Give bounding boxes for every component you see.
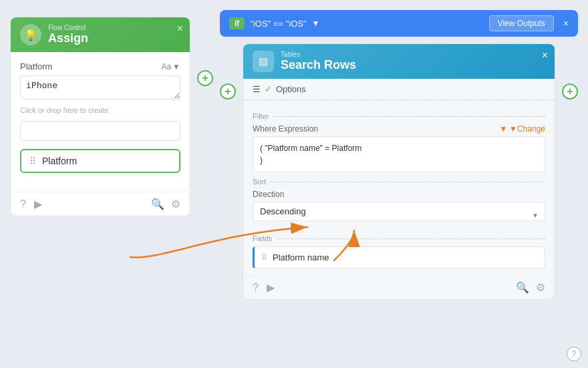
filter-label: Filter	[253, 112, 269, 120]
assign-header-text: Flow Control Assign	[48, 24, 88, 45]
main-container: 💡 Flow Control Assign × Platform Aa ▼ iP…	[0, 0, 588, 368]
assign-icon: 💡	[20, 24, 41, 45]
empty-input-field[interactable]	[20, 121, 180, 141]
platform-text-input[interactable]: iPhone	[20, 75, 180, 100]
assign-title: Assign	[48, 31, 88, 45]
search-rows-close-button[interactable]: ×	[542, 49, 548, 61]
left-plus-button[interactable]: +	[197, 70, 213, 86]
condition-chevron-icon[interactable]: ▼	[312, 19, 320, 28]
sr-footer-left: ? ▶	[253, 281, 275, 294]
filter-icon: ▼	[499, 124, 507, 134]
sort-divider: Sort	[253, 178, 545, 186]
assign-panel-footer: ? ▶ 🔍 ⚙	[11, 192, 190, 216]
sr-settings-icon[interactable]: ⚙	[536, 281, 545, 294]
left-plus-area: +	[197, 70, 213, 86]
where-row: Where Expression ▼ ▼Change	[253, 124, 545, 134]
assign-panel-body: Platform Aa ▼ iPhone Click or drop here …	[11, 52, 190, 192]
sr-left-plus-button[interactable]: +	[220, 83, 236, 100]
expression-line1: ( "Platform name" = Platform	[260, 144, 361, 153]
platform-field-label: Platform	[20, 61, 52, 71]
options-label: Options	[276, 84, 306, 94]
search-rows-title: Search Rows	[281, 58, 356, 72]
condition-bar: if "iOS" == "iOS" ▼ View Outputs ×	[220, 10, 578, 37]
fields-label: Fields	[253, 234, 272, 242]
sr-play-icon[interactable]: ▶	[267, 281, 275, 294]
expression-line2: )	[260, 156, 263, 165]
assign-panel-header: 💡 Flow Control Assign ×	[11, 17, 190, 52]
fields-divider: Fields	[253, 234, 545, 242]
search-rows-body: Filter Where Expression ▼ ▼Change ( "Pla…	[243, 100, 555, 275]
search-rows-icon: ▤	[253, 51, 274, 72]
condition-close-button[interactable]: ×	[563, 18, 569, 29]
global-help-button[interactable]: ?	[567, 347, 581, 361]
direction-label: Direction	[253, 190, 545, 199]
if-badge: if	[229, 17, 245, 29]
var-dots-icon: ⠿	[29, 156, 37, 166]
sr-footer-right: 🔍 ⚙	[516, 281, 545, 294]
options-check-icon: ✓	[265, 84, 272, 94]
change-button[interactable]: ▼ ▼Change	[499, 124, 545, 134]
platform-name-dots-icon: ⠿	[261, 253, 267, 262]
direction-select[interactable]: Descending Ascending	[253, 202, 545, 221]
footer-left: ? ▶	[20, 198, 42, 210]
sr-search-icon[interactable]: 🔍	[516, 281, 529, 294]
platform-name-box: ⠿ Platform name	[253, 246, 545, 268]
assign-close-button[interactable]: ×	[177, 23, 183, 35]
sr-right-plus-button[interactable]: +	[562, 83, 578, 100]
fields-divider-line	[277, 238, 545, 239]
direction-select-wrapper: Descending Ascending	[253, 202, 545, 228]
search-rows-header-text: Tables Search Rows	[281, 51, 356, 72]
options-filter-icon: ☰	[253, 84, 261, 94]
fields-section: Fields ⠿ Platform name	[253, 234, 545, 268]
sr-right-plus-area: +	[562, 43, 578, 100]
filter-divider: Filter	[253, 112, 545, 120]
filter-divider-line	[274, 116, 545, 117]
search-icon[interactable]: 🔍	[151, 198, 164, 210]
sort-divider-line	[271, 182, 545, 182]
help-icon[interactable]: ?	[20, 198, 26, 210]
sr-left-plus-area: +	[220, 43, 236, 100]
expression-box: ( "Platform name" = Platform )	[253, 136, 545, 172]
assign-subtitle: Flow Control	[48, 24, 88, 31]
platform-field-row: Platform Aa ▼	[20, 61, 180, 71]
footer-right: 🔍 ⚙	[151, 198, 180, 210]
settings-icon[interactable]: ⚙	[171, 198, 180, 210]
middle-row: + ▤ Tables Search Rows × ☰ ✓ Options	[220, 43, 578, 300]
search-rows-header: ▤ Tables Search Rows ×	[243, 44, 555, 79]
where-expression-label: Where Expression	[253, 124, 318, 134]
condition-left: if "iOS" == "iOS" ▼	[229, 17, 319, 29]
click-drop-hint: Click or drop here to create	[20, 106, 180, 114]
platform-variable-box[interactable]: ⠿ Platform	[20, 149, 180, 173]
options-row[interactable]: ☰ ✓ Options	[243, 79, 555, 100]
search-rows-panel: ▤ Tables Search Rows × ☰ ✓ Options	[243, 43, 555, 300]
assign-panel: 💡 Flow Control Assign × Platform Aa ▼ iP…	[10, 17, 190, 216]
right-section: if "iOS" == "iOS" ▼ View Outputs × + ▤ T…	[220, 10, 578, 300]
sort-label: Sort	[253, 178, 266, 186]
condition-right: View Outputs ×	[489, 15, 569, 31]
sr-help-icon[interactable]: ?	[253, 282, 259, 294]
view-outputs-button[interactable]: View Outputs	[489, 15, 554, 31]
platform-field-type: Aa ▼	[161, 62, 180, 71]
condition-text: "iOS" == "iOS"	[250, 19, 306, 29]
play-icon[interactable]: ▶	[34, 198, 42, 210]
search-rows-footer: ? ▶ 🔍 ⚙	[243, 275, 555, 299]
search-rows-subtitle: Tables	[281, 51, 356, 58]
platform-name-label: Platform name	[273, 252, 329, 262]
platform-variable-label: Platform	[42, 156, 77, 166]
